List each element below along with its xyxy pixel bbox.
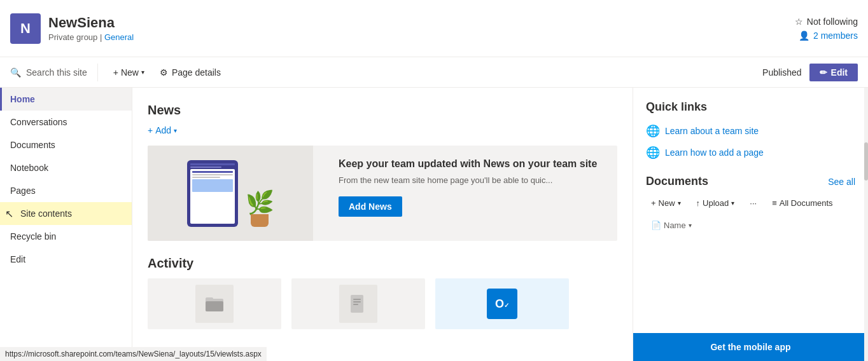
sidebar-item-documents[interactable]: Documents <box>0 133 132 156</box>
name-col-label: Name <box>664 221 686 230</box>
outlook-checkmark: ✓ <box>504 302 509 309</box>
plant-pot <box>251 214 269 227</box>
new-button[interactable]: + New ▾ <box>108 65 150 80</box>
edit-label: Edit <box>831 67 848 78</box>
news-image: 🌿 <box>148 146 313 241</box>
list-icon: ≡ <box>772 198 777 208</box>
sidebar-item-edit-label: Edit <box>10 254 25 264</box>
scrollbar-thumb[interactable] <box>864 142 868 180</box>
activity-card-2 <box>291 278 425 329</box>
person-icon: 👤 <box>799 31 809 41</box>
not-following-button[interactable]: ☆ Not following <box>795 17 858 27</box>
doc-upload-label: Upload <box>703 198 729 208</box>
file-icon-small: 📄 <box>651 221 661 230</box>
published-label: Published <box>762 67 802 78</box>
main-content: News + Add ▾ <box>132 88 633 361</box>
sidebar-item-home-label: Home <box>10 94 35 104</box>
site-channel-link[interactable]: General <box>104 32 134 42</box>
doc-new-label: New <box>659 198 675 208</box>
quick-link-label-2: Learn how to add a page <box>665 147 764 158</box>
not-following-label: Not following <box>807 17 858 27</box>
activity-card-icon-2 <box>339 285 377 323</box>
doc-toolbar: + New ▾ ↑ Upload ▾ ··· ≡ All Documents <box>646 196 855 210</box>
globe-icon-1: 🌐 <box>646 124 660 138</box>
search-icon: 🔍 <box>10 67 21 78</box>
edit-button[interactable]: ✏ Edit <box>809 64 858 81</box>
screen-line-2 <box>192 174 233 175</box>
sidebar-item-edit[interactable]: Edit <box>0 248 132 271</box>
add-chevron-icon: ▾ <box>174 127 177 134</box>
screen-line-3 <box>192 177 221 178</box>
page-details-label: Page details <box>172 67 221 78</box>
news-illustration: 🌿 <box>174 147 287 240</box>
tablet-device <box>187 160 238 227</box>
sidebar-item-recycle-bin[interactable]: Recycle bin <box>0 225 132 248</box>
scrollbar-track <box>864 88 868 361</box>
documents-section: Documents See all + New ▾ ↑ Upload ▾ <box>646 175 855 233</box>
site-logo-area: N NewSiena Private group | General <box>10 13 134 44</box>
status-bar: https://microsoft.sharepoint.com/teams/N… <box>0 347 267 361</box>
members-link[interactable]: 👤 2 members <box>799 31 858 41</box>
plus-icon: + <box>113 67 118 78</box>
add-news-button[interactable]: Add News <box>339 196 402 217</box>
doc-all-docs-label: All Documents <box>780 198 833 208</box>
plus-doc-icon: + <box>651 198 656 208</box>
sidebar-item-notebook[interactable]: Notebook <box>0 156 132 179</box>
sidebar-item-recycle-bin-label: Recycle bin <box>10 231 56 242</box>
members-count-label: 2 members <box>813 31 858 41</box>
doc-col-name-header: 📄 Name ▾ <box>646 218 855 233</box>
top-header: N NewSiena Private group | General ☆ Not… <box>0 0 868 57</box>
globe-icon-2: 🌐 <box>646 146 660 160</box>
pages-icon <box>348 294 368 314</box>
new-label: New <box>121 67 139 78</box>
quick-link-item-1[interactable]: 🌐 Learn about a team site <box>646 124 855 138</box>
doc-upload-chevron-icon: ▾ <box>731 200 734 207</box>
toolbar-right: Published ✏ Edit <box>762 64 858 81</box>
sidebar-item-notebook-label: Notebook <box>10 163 48 173</box>
star-icon: ☆ <box>795 17 803 27</box>
see-all-link[interactable]: See all <box>828 177 855 187</box>
sidebar-item-pages[interactable]: Pages <box>0 179 132 202</box>
doc-more-button[interactable]: ··· <box>745 196 762 210</box>
sidebar-item-site-contents-label: Site contents <box>10 208 72 219</box>
quick-links-section: Quick links 🌐 Learn about a team site 🌐 … <box>646 100 855 160</box>
svg-rect-4 <box>353 299 361 300</box>
news-title: News <box>148 103 617 118</box>
name-col-sort-icon: ▾ <box>689 222 692 229</box>
svg-rect-6 <box>353 304 358 305</box>
outlook-icon: O ✓ <box>487 289 517 319</box>
site-subtitle: Private group | General <box>48 32 134 42</box>
add-news-label: Add News <box>349 201 392 212</box>
svg-rect-2 <box>206 297 213 301</box>
quick-links-title: Quick links <box>646 100 855 114</box>
page-details-button[interactable]: ⚙ Page details <box>160 67 221 78</box>
sidebar-item-conversations[interactable]: Conversations <box>0 111 132 133</box>
upload-icon: ↑ <box>696 198 701 208</box>
sidebar-item-conversations-label: Conversations <box>10 117 67 127</box>
activity-card-1 <box>148 278 281 329</box>
cursor-indicator: ↖ <box>5 208 13 220</box>
sidebar-item-home[interactable]: Home <box>0 88 132 111</box>
doc-all-docs-button[interactable]: ≡ All Documents <box>767 196 837 210</box>
outlook-letter: O <box>495 297 504 311</box>
status-url: https://microsoft.sharepoint.com/teams/N… <box>5 350 262 358</box>
tablet-line-2 <box>190 167 221 168</box>
quick-link-item-2[interactable]: 🌐 Learn how to add a page <box>646 146 855 160</box>
doc-upload-button[interactable]: ↑ Upload ▾ <box>691 196 740 210</box>
activity-section: Activity <box>148 256 617 329</box>
documents-header: Documents See all <box>646 175 855 188</box>
sidebar-item-pages-label: Pages <box>10 186 36 196</box>
main-layout: Home Conversations Documents Notebook Pa… <box>0 88 868 361</box>
mobile-app-banner[interactable]: Get the mobile app <box>633 333 868 361</box>
doc-new-button[interactable]: + New ▾ <box>646 196 686 210</box>
more-icon: ··· <box>750 198 757 208</box>
news-section: News + Add ▾ <box>148 103 617 241</box>
news-heading: Keep your team updated with News on your… <box>339 158 605 170</box>
svg-rect-5 <box>353 301 361 303</box>
tablet-line-1 <box>190 163 235 165</box>
add-news-link-button[interactable]: + Add ▾ <box>148 125 177 135</box>
search-area[interactable]: 🔍 Search this site <box>10 67 87 78</box>
sidebar-item-site-contents[interactable]: ↖ Site contents <box>0 202 132 225</box>
top-right-area: ☆ Not following 👤 2 members <box>795 17 858 41</box>
activity-title: Activity <box>148 256 617 271</box>
